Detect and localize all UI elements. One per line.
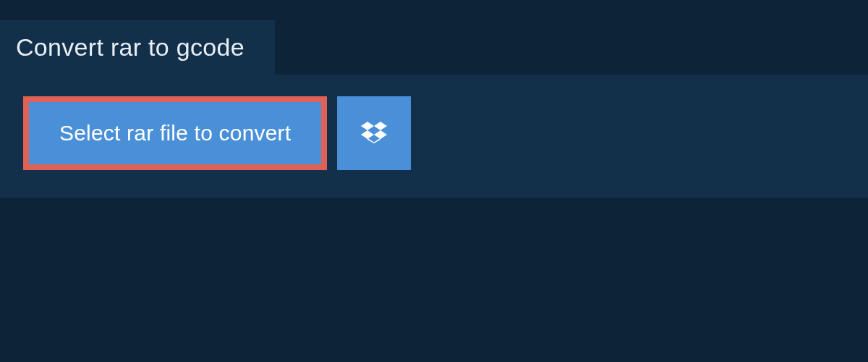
main-panel: Select rar file to convert <box>0 75 868 198</box>
tab-title: Convert rar to gcode <box>16 33 244 61</box>
button-row: Select rar file to convert <box>23 96 845 170</box>
select-file-button[interactable]: Select rar file to convert <box>23 96 327 170</box>
tab-header: Convert rar to gcode <box>0 20 275 75</box>
dropbox-button[interactable] <box>337 96 411 170</box>
dropbox-icon <box>361 119 387 148</box>
